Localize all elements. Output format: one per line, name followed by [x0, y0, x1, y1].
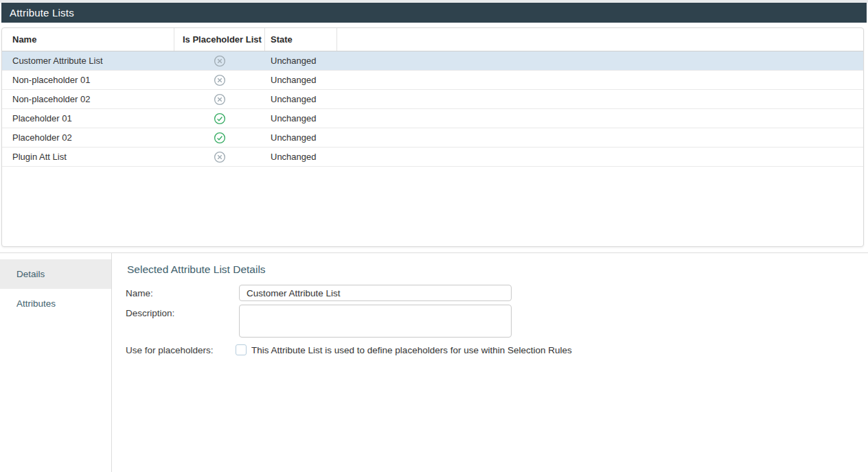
- row-state-cell: Unchanged: [265, 71, 337, 89]
- tab-attributes[interactable]: Attributes: [0, 289, 111, 318]
- use-for-placeholders-description: This Attribute List is used to define pl…: [251, 345, 572, 355]
- details-panel-heading: Selected Attribute List Details: [127, 263, 266, 276]
- table-row[interactable]: Placeholder 01 Unchanged: [2, 109, 863, 128]
- column-header-filler: [337, 28, 863, 51]
- row-placeholder-cell: [174, 128, 265, 147]
- attribute-lists-grid: Name Is Placeholder List State Customer …: [1, 27, 864, 247]
- panel-titlebar: Attribute Lists: [1, 3, 867, 23]
- row-state-cell: Unchanged: [265, 128, 337, 147]
- name-input[interactable]: [239, 285, 512, 301]
- cross-circle-icon: [214, 55, 226, 67]
- use-for-placeholders-label: Use for placeholders:: [126, 345, 214, 355]
- row-placeholder-cell: [174, 90, 265, 108]
- tab-details[interactable]: Details: [0, 259, 111, 289]
- row-state-cell: Unchanged: [265, 90, 337, 108]
- row-placeholder-cell: [174, 71, 265, 89]
- table-row[interactable]: Non-placeholder 01 Unchanged: [2, 71, 863, 90]
- description-label: Description:: [126, 308, 174, 318]
- name-label: Name:: [126, 288, 153, 298]
- column-header-is-placeholder-list[interactable]: Is Placeholder List: [174, 28, 265, 51]
- row-state-cell: Unchanged: [265, 148, 337, 166]
- table-row[interactable]: Non-placeholder 02 Unchanged: [2, 90, 863, 109]
- row-placeholder-cell: [174, 148, 265, 166]
- table-row[interactable]: Customer Attribute List Unchanged: [2, 51, 863, 71]
- check-circle-icon: [214, 132, 226, 144]
- details-panel: Selected Attribute List Details Name: De…: [113, 253, 868, 472]
- details-tab-strip: Details Attributes: [0, 253, 112, 472]
- row-name-cell: Non-placeholder 02: [2, 90, 174, 108]
- grid-header-row: Name Is Placeholder List State: [2, 28, 863, 51]
- table-row[interactable]: Placeholder 02 Unchanged: [2, 128, 863, 148]
- row-name-cell: Plugin Att List: [2, 148, 174, 166]
- row-name-cell: Customer Attribute List: [2, 51, 174, 70]
- row-name-cell: Placeholder 02: [2, 128, 174, 147]
- use-for-placeholders-checkbox[interactable]: [236, 344, 247, 355]
- row-state-cell: Unchanged: [265, 109, 337, 128]
- column-header-name[interactable]: Name: [2, 28, 174, 51]
- column-header-state[interactable]: State: [265, 28, 337, 51]
- cross-circle-icon: [214, 74, 226, 86]
- details-section: Details Attributes Selected Attribute Li…: [0, 252, 868, 472]
- table-body: Customer Attribute List Unchanged Non-pl…: [2, 51, 863, 167]
- row-placeholder-cell: [174, 109, 265, 128]
- row-name-cell: Non-placeholder 01: [2, 71, 174, 89]
- panel-title: Attribute Lists: [10, 7, 74, 19]
- cross-circle-icon: [214, 93, 226, 106]
- row-placeholder-cell: [174, 51, 265, 70]
- check-circle-icon: [214, 113, 226, 125]
- table-row[interactable]: Plugin Att List Unchanged: [2, 148, 863, 167]
- row-name-cell: Placeholder 01: [2, 109, 174, 128]
- description-textarea[interactable]: [239, 305, 512, 338]
- cross-circle-icon: [214, 151, 226, 163]
- row-state-cell: Unchanged: [265, 51, 337, 70]
